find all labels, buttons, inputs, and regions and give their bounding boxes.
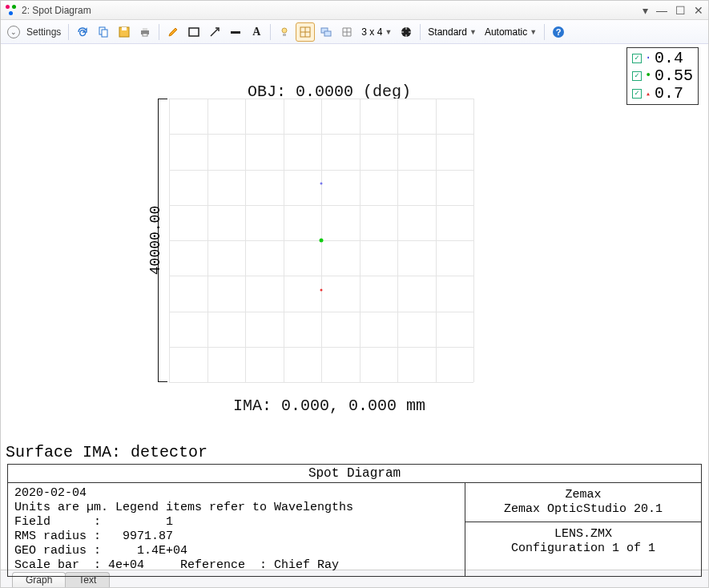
spot-point-0p7 [320,288,323,291]
target-button[interactable] [397,22,416,42]
svg-rect-6 [143,34,147,36]
layout-icon [299,26,312,38]
chevron-down-icon: ▼ [469,28,477,36]
chevron-down-icon: ▼ [385,28,392,36]
grid-size-label: 3 x 4 [361,26,382,38]
spot-point-0p4 [320,183,323,185]
save-button[interactable] [115,22,134,42]
expand-settings-button[interactable]: ⌄ [4,22,23,42]
legend-label: 0.4 [655,50,683,67]
spot-plot[interactable]: 40000.00 [169,99,473,382]
svg-rect-1 [102,30,107,37]
checkbox-icon[interactable]: ✓ [632,89,642,99]
surface-title: Surface IMA: detector [6,443,207,461]
line-weight-button[interactable] [226,22,245,42]
rectangle-button[interactable] [184,22,203,42]
print-icon [139,26,151,38]
minimize-icon[interactable]: ― [656,4,667,17]
checkbox-icon[interactable]: ✓ [632,54,642,63]
refresh-icon [76,26,89,38]
view-mode-label: Standard [428,26,467,38]
info-left-cell: 2020-02-04 Units are µm. Legend items re… [8,483,465,576]
legend-marker: ▴ [645,90,651,99]
svg-rect-11 [283,34,286,36]
window-list-icon [320,26,332,38]
grid-button[interactable] [337,22,357,42]
text-button[interactable]: A [247,22,266,42]
window-title: 2: Spot Diagram [22,5,643,16]
arrow-button[interactable] [205,22,224,42]
svg-line-8 [211,29,218,36]
rectangle-icon [187,26,200,38]
legend-marker: • [645,70,651,82]
legend-label: 0.55 [655,67,693,85]
plot-ima-subtitle: IMA: 0.000, 0.000 mm [177,397,481,415]
info-panel: Spot Diagram 2020-02-04 Units are µm. Le… [7,464,702,577]
svg-rect-7 [189,28,199,36]
spot-point-0p55 [320,239,324,243]
grid-icon [340,26,353,38]
settings-label[interactable]: Settings [26,26,61,38]
legend-label: 0.7 [655,85,683,103]
toolbar: ⌄ Settings A 3 x 4 ▼ Standard ▼ Automati… [1,20,708,44]
info-vendor-cell: Zemax Zemax OpticStudio 20.1 [465,483,701,522]
svg-rect-5 [143,28,147,30]
checkbox-icon[interactable]: ✓ [632,71,642,81]
lamp-icon [278,26,291,38]
wavelength-legend: ✓ · 0.4 ✓ • 0.55 ✓ ▴ 0.7 [626,47,699,105]
scale-bar-label: 40000.00 [147,206,163,275]
print-button[interactable] [135,22,155,42]
text-icon: A [250,26,263,38]
help-button[interactable]: ? [549,22,568,42]
info-header: Spot Diagram [8,465,701,483]
svg-rect-3 [122,27,127,30]
app-icon [6,5,17,16]
scale-mode-label: Automatic [485,26,527,38]
pencil-icon [167,26,179,38]
svg-rect-9 [231,31,240,34]
help-icon: ? [552,26,565,38]
layout-button[interactable] [296,22,315,42]
svg-rect-16 [324,31,331,36]
info-config-cell: LENS.ZMX Configuration 1 of 1 [465,522,701,561]
copy-button[interactable] [94,22,113,42]
grid-size-dropdown[interactable]: 3 x 4 ▼ [358,22,395,42]
options-icon[interactable]: ▾ [643,4,648,17]
svg-point-10 [282,28,287,33]
legend-marker: · [645,52,651,64]
arrow-icon [208,26,221,38]
view-mode-dropdown[interactable]: Standard ▼ [425,22,480,42]
legend-row[interactable]: ✓ • 0.55 [632,67,693,85]
legend-row[interactable]: ✓ · 0.4 [632,50,693,67]
maximize-icon[interactable]: ☐ [675,4,686,17]
pencil-button[interactable] [163,22,183,42]
save-icon [118,26,131,38]
plot-content: ✓ · 0.4 ✓ • 0.55 ✓ ▴ 0.7 OBJ: 0.0000 (de… [1,44,708,570]
svg-text:?: ? [556,27,562,37]
scale-mode-dropdown[interactable]: Automatic ▼ [481,22,540,42]
window-list-button[interactable] [316,22,336,42]
legend-row[interactable]: ✓ ▴ 0.7 [632,85,693,103]
chevron-down-icon: ▼ [530,28,537,36]
copy-icon [97,26,110,38]
line-weight-icon [229,26,242,38]
refresh-button[interactable] [73,22,92,42]
close-icon[interactable]: ✕ [694,4,703,17]
target-icon [400,26,413,38]
lamp-button[interactable] [275,22,294,42]
window-controls: ▾ ― ☐ ✕ [643,4,703,17]
window-titlebar: 2: Spot Diagram ▾ ― ☐ ✕ [1,1,708,20]
